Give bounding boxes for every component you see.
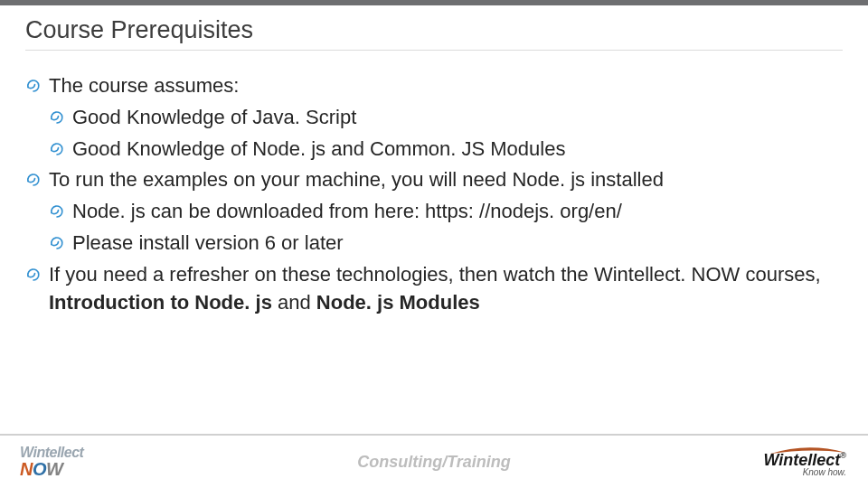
bullet-text: The course assumes:	[49, 74, 239, 97]
bullet-item: To run the examples on your machine, you…	[25, 166, 843, 194]
logo-n: N	[20, 459, 33, 479]
registered-icon: ®	[840, 451, 846, 460]
bold-course-2: Node. js Modules	[316, 291, 480, 314]
swirl-bullet-icon	[25, 267, 42, 283]
bullet-sub-item: Node. js can be downloaded from here: ht…	[25, 198, 843, 226]
bullet-sub-item: Good Knowledge of Node. js and Common. J…	[25, 136, 843, 164]
bullet-item: The course assumes:	[25, 72, 843, 100]
bullet-text-part: If you need a refresher on these technol…	[49, 263, 821, 286]
bullet-text: Node. js can be downloaded from here: ht…	[72, 200, 622, 222]
bullet-text: If you need a refresher on these technol…	[49, 263, 821, 314]
logo-right-tag: Know how.	[803, 468, 846, 477]
swirl-bullet-icon	[49, 109, 65, 126]
slide-title: Course Prerequisites	[25, 16, 843, 44]
logo-o: O	[33, 459, 46, 479]
bullet-text: To run the examples on your machine, you…	[49, 168, 664, 191]
bullet-text: Good Knowledge of Java. Script	[72, 106, 356, 128]
slide-header: Course Prerequisites	[0, 5, 868, 56]
bullet-item: If you need a refresher on these technol…	[25, 261, 843, 317]
bullet-sub-item: Good Knowledge of Java. Script	[25, 104, 843, 132]
slide-body: The course assumes: Good Knowledge of Ja…	[0, 56, 868, 316]
wintellect-logo: Wintellect® Know how.	[764, 446, 849, 477]
swirl-bullet-icon	[49, 203, 65, 220]
logo-left-top: Wintellect	[20, 446, 83, 460]
bullet-text-part: and	[272, 291, 316, 314]
swirl-bullet-icon	[49, 141, 65, 157]
wintellect-now-logo: Wintellect NOW	[20, 446, 83, 478]
footer-tagline: Consulting/Training	[0, 453, 868, 472]
bullet-text: Please install version 6 or later	[72, 231, 344, 254]
logo-right-name: Wintellect	[764, 451, 841, 469]
bullet-sub-item: Please install version 6 or later	[25, 230, 843, 258]
bullet-text: Good Knowledge of Node. js and Common. J…	[72, 137, 565, 160]
slide-footer: Wintellect NOW Consulting/Training Winte…	[0, 434, 868, 488]
logo-left-bottom: NOW	[20, 460, 83, 478]
swirl-bullet-icon	[25, 172, 42, 188]
swirl-bullet-icon	[49, 235, 65, 251]
logo-w: W	[46, 459, 62, 479]
header-rule	[25, 50, 843, 51]
swirl-bullet-icon	[25, 78, 42, 94]
logo-right-name-row: Wintellect®	[764, 452, 847, 468]
bold-course-1: Introduction to Node. js	[49, 291, 272, 314]
